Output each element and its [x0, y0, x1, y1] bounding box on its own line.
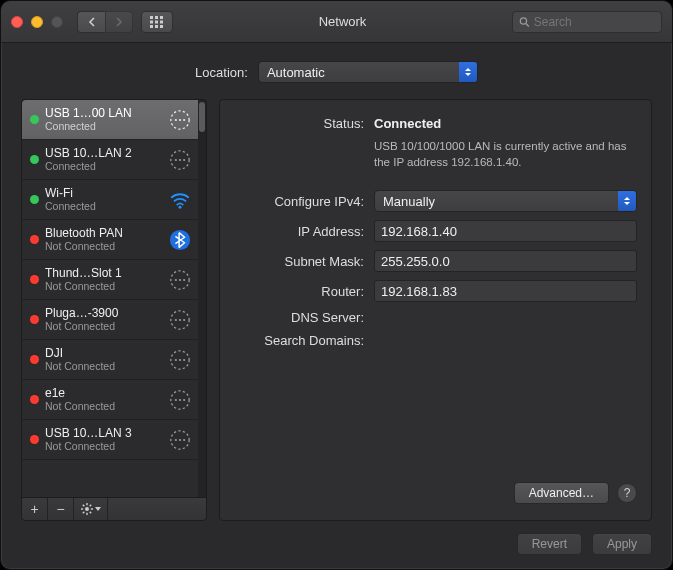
back-button[interactable] [77, 11, 105, 33]
svg-point-26 [179, 318, 181, 320]
window-controls [11, 16, 63, 28]
svg-rect-4 [155, 20, 158, 23]
interface-row[interactable]: Pluga…-3900Not Connected [22, 300, 198, 340]
svg-rect-8 [160, 25, 163, 28]
svg-point-39 [175, 438, 177, 440]
status-dot-icon [30, 195, 39, 204]
scrollbar-thumb[interactable] [199, 102, 205, 132]
interface-sidebar: USB 1…00 LANConnectedUSB 10…LAN 2Connect… [21, 99, 207, 521]
svg-point-41 [85, 507, 89, 511]
remove-interface-button[interactable]: − [48, 498, 74, 520]
titlebar: Network [1, 1, 672, 43]
minimize-icon[interactable] [31, 16, 43, 28]
search-icon [519, 16, 530, 28]
nav-back-forward [77, 11, 133, 33]
interface-status: Not Connected [45, 440, 162, 452]
svg-point-35 [175, 398, 177, 400]
interface-row[interactable]: USB 10…LAN 3Not Connected [22, 420, 198, 460]
forward-button[interactable] [105, 11, 133, 33]
zoom-icon[interactable] [51, 16, 63, 28]
svg-line-10 [526, 23, 529, 26]
svg-rect-2 [160, 16, 163, 19]
interface-name: USB 10…LAN 3 [45, 427, 162, 441]
status-dot-icon [30, 355, 39, 364]
svg-point-18 [183, 158, 185, 160]
sidebar-toolbar: + − [22, 498, 206, 520]
location-row: Location: Automatic [21, 61, 652, 83]
chevron-down-icon [95, 507, 101, 511]
scrollbar[interactable] [198, 100, 206, 497]
svg-point-13 [175, 118, 177, 120]
network-prefs-window: Network Location: Automatic USB 1…00 LAN… [0, 0, 673, 570]
apply-button[interactable]: Apply [592, 533, 652, 555]
bottom-bar: Revert Apply [21, 521, 652, 555]
svg-point-40 [183, 438, 185, 440]
status-dot-icon [30, 235, 39, 244]
svg-point-16 [179, 158, 181, 160]
search-field[interactable] [512, 11, 662, 33]
interface-status: Not Connected [45, 400, 162, 412]
svg-point-32 [183, 358, 185, 360]
close-icon[interactable] [11, 16, 23, 28]
ip-address-field[interactable]: 192.168.1.40 [374, 220, 637, 242]
ethernet-icon [168, 308, 192, 332]
dns-server-label: DNS Server: [234, 310, 364, 325]
interface-row[interactable]: Thund…Slot 1Not Connected [22, 260, 198, 300]
interface-row[interactable]: USB 10…LAN 2Connected [22, 140, 198, 180]
configure-ipv4-label: Configure IPv4: [234, 194, 364, 209]
router-field[interactable]: 192.168.1.83 [374, 280, 637, 302]
interface-status: Connected [45, 200, 162, 212]
svg-rect-7 [155, 25, 158, 28]
interface-row[interactable]: e1eNot Connected [22, 380, 198, 420]
interface-row[interactable]: Bluetooth PANNot Connected [22, 220, 198, 260]
bluetooth-icon [168, 228, 192, 252]
status-dot-icon [30, 395, 39, 404]
interface-name: USB 1…00 LAN [45, 107, 162, 121]
svg-rect-0 [150, 16, 153, 19]
svg-rect-5 [160, 20, 163, 23]
action-menu-button[interactable] [74, 498, 108, 520]
help-button[interactable]: ? [617, 483, 637, 503]
interface-list[interactable]: USB 1…00 LANConnectedUSB 10…LAN 2Connect… [22, 100, 206, 498]
interface-name: Pluga…-3900 [45, 307, 162, 321]
status-dot-icon [30, 435, 39, 444]
configure-ipv4-select[interactable]: Manually [374, 190, 637, 212]
svg-rect-1 [155, 16, 158, 19]
svg-line-47 [89, 512, 91, 514]
subnet-mask-field[interactable]: 255.255.0.0 [374, 250, 637, 272]
ethernet-icon [168, 388, 192, 412]
add-interface-button[interactable]: + [22, 498, 48, 520]
revert-button[interactable]: Revert [517, 533, 582, 555]
interface-name: Wi-Fi [45, 187, 162, 201]
location-select[interactable]: Automatic [258, 61, 478, 83]
search-domains-label: Search Domains: [234, 333, 364, 348]
content-area: Location: Automatic USB 1…00 LANConnecte… [1, 43, 672, 569]
status-description: USB 10/100/1000 LAN is currently active … [374, 139, 637, 170]
window-title: Network [181, 14, 504, 29]
svg-point-17 [175, 158, 177, 160]
svg-point-34 [179, 398, 181, 400]
search-input[interactable] [534, 15, 655, 29]
svg-point-28 [183, 318, 185, 320]
ethernet-icon [168, 428, 192, 452]
interface-status: Not Connected [45, 280, 162, 292]
configure-ipv4-value: Manually [383, 194, 435, 209]
svg-point-31 [175, 358, 177, 360]
subnet-mask-label: Subnet Mask: [234, 254, 364, 269]
interface-row[interactable]: DJINot Connected [22, 340, 198, 380]
interface-row[interactable]: USB 1…00 LANConnected [22, 100, 198, 140]
status-dot-icon [30, 315, 39, 324]
interface-status: Not Connected [45, 320, 162, 332]
detail-panel: Status: Connected USB 10/100/1000 LAN is… [219, 99, 652, 521]
interface-row[interactable]: Wi-FiConnected [22, 180, 198, 220]
svg-line-49 [89, 505, 91, 507]
advanced-button[interactable]: Advanced… [514, 482, 609, 504]
status-dot-icon [30, 115, 39, 124]
show-all-button[interactable] [141, 11, 173, 33]
wifi-icon [168, 188, 192, 212]
svg-point-12 [179, 118, 181, 120]
status-label: Status: [234, 116, 364, 131]
gear-icon [81, 503, 93, 515]
svg-point-36 [183, 398, 185, 400]
ethernet-icon [168, 148, 192, 172]
